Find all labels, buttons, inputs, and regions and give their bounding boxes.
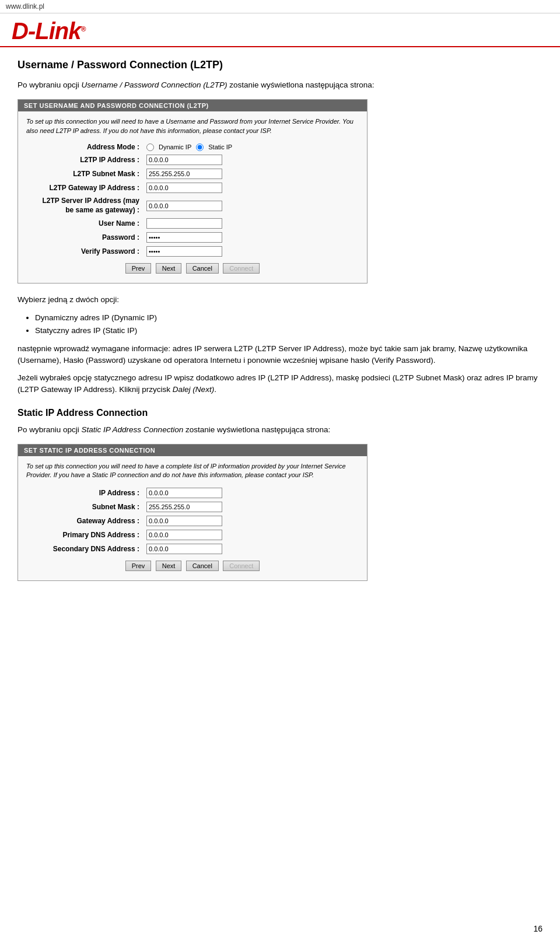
verify-password-row: Verify Password : [26,244,359,258]
l2tp-gateway-input[interactable] [146,183,222,193]
gateway-cell [143,514,359,528]
l2tp-server-cell [143,195,359,216]
l2tp-ip-row: L2TP IP Address : [26,153,359,167]
ip-row: IP Address : [26,486,359,500]
l2tp-panel: SET USERNAME AND PASSWORD CONNECTION (L2… [18,99,368,284]
password-input[interactable] [146,232,222,243]
verify-password-cell [143,244,359,258]
l2tp-gateway-row: L2TP Gateway IP Address : [26,181,359,195]
page-number: 16 [533,924,542,933]
l2tp-ip-input[interactable] [146,155,222,165]
l2tp-subnet-input[interactable] [146,169,222,179]
l2tp-cancel-button[interactable]: Cancel [186,263,219,274]
static-ip-label: Static IP [208,144,232,150]
l2tp-gateway-cell [143,181,359,195]
subnet-input[interactable] [146,502,222,512]
section1-intro: Po wybraniu opcji Username / Password Co… [18,79,542,91]
password-label: Password : [26,230,143,244]
verify-password-label: Verify Password : [26,244,143,258]
l2tp-server-label: L2TP Server IP Address (maybe same as ga… [26,195,143,216]
username-label: User Name : [26,216,143,230]
section2-intro: Po wybraniu opcji Static IP Address Conn… [18,424,542,436]
ip-label: IP Address : [26,486,143,500]
subnet-cell [143,500,359,514]
ip-cell [143,486,359,500]
static-ip-panel-info: To set up this connection you will need … [26,462,359,480]
l2tp-connect-button[interactable]: Connect [223,263,260,274]
logo-text: D-Link® [12,19,85,43]
verify-password-input[interactable] [146,246,222,257]
username-cell [143,216,359,230]
static-ip-form-table: IP Address : Subnet Mask : Gateway Addre… [26,486,359,556]
l2tp-form-table: Address Mode : Dynamic IP Static IP L2TP… [26,141,359,258]
options-intro: Wybierz jedną z dwóch opcji: [18,294,542,306]
subnet-label: Subnet Mask : [26,500,143,514]
page-content: Username / Password Connection (L2TP) Po… [0,47,560,603]
gateway-label: Gateway Address : [26,514,143,528]
address-mode-row: Address Mode : Dynamic IP Static IP [26,141,359,153]
l2tp-next-button[interactable]: Next [156,263,182,274]
secondary-dns-input[interactable] [146,544,222,554]
username-input[interactable] [146,218,222,229]
gateway-row: Gateway Address : [26,514,359,528]
primary-dns-row: Primary DNS Address : [26,528,359,542]
static-ip-next-button[interactable]: Next [156,561,182,571]
l2tp-btn-row: Prev Next Cancel Connect [26,258,359,277]
static-ip-panel-header: SET STATIC IP ADDRESS CONNECTION [18,444,367,456]
option-dynamic: Dynamiczny adres IP (Dynamic IP) [35,312,542,324]
secondary-dns-row: Secondary DNS Address : [26,542,359,556]
header: D-Link® [0,13,560,47]
static-ip-connect-button[interactable]: Connect [223,561,260,571]
logo-registered-icon: ® [80,25,85,33]
static-ip-prev-button[interactable]: Prev [125,561,152,571]
section1-body2: Jeżeli wybrałeś opcję statycznego adresu… [18,372,542,396]
static-ip-panel-body: To set up this connection you will need … [18,456,367,580]
static-ip-radio[interactable] [196,144,204,151]
l2tp-subnet-row: L2TP Subnet Mask : [26,167,359,181]
option-static: Statyczny adres IP (Static IP) [35,324,542,337]
l2tp-ip-label: L2TP IP Address : [26,153,143,167]
primary-dns-input[interactable] [146,530,222,540]
section1-body1: następnie wprowadź wymagane informacje: … [18,343,542,367]
username-row: User Name : [26,216,359,230]
subnet-row: Subnet Mask : [26,500,359,514]
password-row: Password : [26,230,359,244]
secondary-dns-label: Secondary DNS Address : [26,542,143,556]
options-list: Dynamiczny adres IP (Dynamic IP) Statycz… [18,312,542,337]
l2tp-panel-header: SET USERNAME AND PASSWORD CONNECTION (L2… [18,100,367,111]
site-url: www.dlink.pl [0,0,560,13]
l2tp-prev-button[interactable]: Prev [125,263,152,274]
address-mode-field: Dynamic IP Static IP [143,141,359,153]
l2tp-panel-info: To set up this connection you will need … [26,117,359,135]
l2tp-server-row: L2TP Server IP Address (maybe same as ga… [26,195,359,216]
static-ip-btn-row: Prev Next Cancel Connect [26,556,359,575]
primary-dns-label: Primary DNS Address : [26,528,143,542]
dynamic-ip-label: Dynamic IP [159,144,191,150]
ip-input[interactable] [146,488,222,498]
l2tp-gateway-label: L2TP Gateway IP Address : [26,181,143,195]
l2tp-panel-body: To set up this connection you will need … [18,111,367,283]
address-mode-label: Address Mode : [26,141,143,153]
section2-title: Static IP Address Connection [18,408,542,418]
password-cell [143,230,359,244]
logo: D-Link® [12,19,85,43]
dynamic-ip-radio[interactable] [146,144,154,151]
primary-dns-cell [143,528,359,542]
section1-title: Username / Password Connection (L2TP) [18,59,542,71]
static-ip-cancel-button[interactable]: Cancel [186,561,219,571]
static-ip-panel: SET STATIC IP ADDRESS CONNECTION To set … [18,444,368,581]
secondary-dns-cell [143,542,359,556]
l2tp-ip-cell [143,153,359,167]
l2tp-subnet-label: L2TP Subnet Mask : [26,167,143,181]
l2tp-subnet-cell [143,167,359,181]
gateway-input[interactable] [146,516,222,526]
l2tp-server-input[interactable] [146,201,222,211]
